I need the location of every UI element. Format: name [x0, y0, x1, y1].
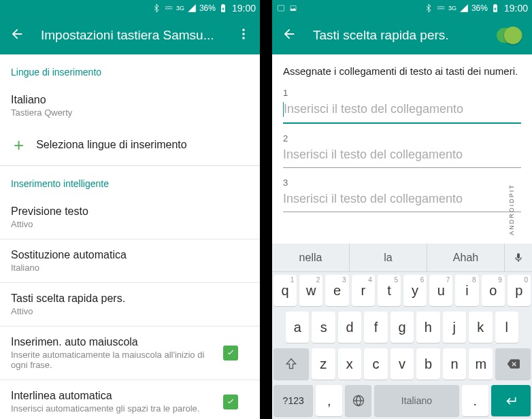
back-button[interactable] — [10, 27, 24, 44]
suggestion-2[interactable]: la — [350, 244, 427, 271]
svg-point-0 — [242, 29, 245, 31]
status-bar: 3G 36% 19:00 — [272, 0, 532, 16]
key-w[interactable]: w2 — [299, 275, 322, 306]
back-button[interactable] — [282, 27, 297, 44]
key-x[interactable]: x — [338, 348, 362, 380]
signal-icon — [459, 3, 469, 13]
key-row-1: q1w2e3r4t5y6u7i8o9p0 — [272, 272, 532, 309]
shortcut-input-3[interactable]: Inserisci il testo del collegamento — [283, 188, 521, 212]
network-type: 3G — [448, 6, 456, 11]
vibrate-icon — [164, 3, 173, 13]
comma-key[interactable]: , — [316, 385, 342, 416]
key-y[interactable]: y6 — [403, 275, 427, 306]
network-type: 3G — [176, 6, 184, 11]
instruction-text: Assegnate i collegamenti di testo ai tas… — [272, 54, 532, 81]
symbols-key[interactable]: ?123 — [273, 385, 313, 416]
page-title: Impostazioni tastiera Samsu... — [41, 28, 216, 43]
text-prediction-item[interactable]: Previsione testo Attivo — [0, 196, 260, 239]
key-i[interactable]: i8 — [455, 275, 478, 306]
shortcut-keys-item[interactable]: Tasti scelta rapida pers. Attivo — [0, 283, 260, 326]
page-title: Tasti scelta rapida pers. — [313, 28, 480, 43]
key-l[interactable]: l — [495, 312, 518, 343]
key-f[interactable]: f — [364, 312, 387, 343]
auto-replace-item[interactable]: Sostituzione automatica Italiano — [0, 239, 260, 282]
battery-text: 36% — [471, 3, 488, 13]
shortcut-input-1[interactable]: Inserisci il testo del collegamento — [283, 98, 521, 124]
key-d[interactable]: d — [338, 312, 361, 343]
signal-icon — [187, 3, 197, 13]
feature-toggle[interactable] — [497, 28, 522, 43]
settings-list[interactable]: Lingue di inserimento Italiano Tastiera … — [0, 54, 260, 419]
key-b[interactable]: b — [416, 348, 440, 380]
auto-spacing-item[interactable]: Interlinea automatica Inserisci automati… — [0, 380, 260, 419]
shortcut-field-1[interactable]: 1 Inserisci il testo del collegamento — [272, 81, 532, 127]
key-g[interactable]: g — [390, 312, 414, 343]
key-k[interactable]: k — [469, 312, 492, 343]
svg-rect-3 — [278, 5, 284, 11]
key-a[interactable]: a — [286, 312, 309, 343]
globe-icon — [352, 394, 365, 407]
key-j[interactable]: j — [443, 312, 466, 343]
more-vert-icon — [238, 28, 249, 40]
enter-key[interactable] — [491, 385, 531, 416]
key-u[interactable]: u7 — [429, 275, 452, 306]
key-n[interactable]: n — [443, 348, 467, 380]
status-bar: 3G 36% 19:00 — [0, 0, 260, 16]
clock: 19:00 — [232, 3, 256, 14]
key-o[interactable]: o9 — [482, 275, 505, 306]
check-icon — [226, 397, 235, 407]
plus-icon: + — [14, 138, 24, 152]
battery-icon — [491, 3, 500, 13]
key-v[interactable]: v — [390, 348, 414, 380]
section-smart-input: Inserimento intelligente — [0, 166, 260, 196]
key-row-2: asdfghjkl — [272, 309, 532, 346]
section-input-languages: Lingue di inserimento — [0, 54, 260, 84]
language-item[interactable]: Italiano Tastiera Qwerty — [0, 84, 260, 127]
enter-icon — [504, 394, 518, 407]
arrow-back-icon — [282, 27, 297, 41]
suggestion-3[interactable]: Ahah — [427, 244, 505, 271]
app-bar: Tasti scelta rapida pers. — [272, 16, 532, 54]
key-c[interactable]: c — [364, 348, 388, 380]
add-language-button[interactable]: + Seleziona lingue di inserimento — [0, 127, 260, 163]
screenshot-icon — [288, 3, 298, 13]
key-e[interactable]: e3 — [325, 275, 348, 306]
period-key[interactable]: . — [462, 385, 488, 416]
shortcut-input-2[interactable]: Inserisci il testo del collegamento — [283, 144, 521, 168]
language-key[interactable] — [345, 385, 371, 416]
key-h[interactable]: h — [416, 312, 439, 343]
key-m[interactable]: m — [469, 348, 493, 380]
key-q[interactable]: q1 — [273, 275, 297, 306]
backspace-key[interactable] — [495, 348, 531, 380]
vibrate-icon — [436, 3, 446, 13]
auto-capitalize-checkbox[interactable] — [223, 346, 238, 361]
phone-left: 3G 36% 19:00 Impostazioni tastiera Samsu… — [0, 0, 260, 419]
shortcut-field-2[interactable]: 2 Inserisci il testo del collegamento — [272, 127, 532, 171]
key-s[interactable]: s — [312, 312, 335, 343]
watermark: ANDROIDPIT — [508, 184, 515, 235]
bluetooth-icon — [424, 3, 433, 13]
shortcut-field-3[interactable]: 3 Inserisci il testo del collegamento — [272, 171, 532, 215]
suggestion-1[interactable]: nella — [272, 244, 350, 271]
clock: 19:00 — [504, 3, 528, 14]
app-bar: Impostazioni tastiera Samsu... — [0, 16, 260, 54]
space-key[interactable]: Italiano — [374, 385, 459, 416]
mic-button[interactable] — [505, 244, 532, 271]
key-z[interactable]: z — [312, 348, 335, 380]
backspace-icon — [506, 357, 520, 371]
auto-spacing-checkbox[interactable] — [223, 395, 238, 409]
check-icon — [226, 348, 235, 358]
key-p[interactable]: p0 — [508, 275, 531, 306]
overflow-menu[interactable] — [233, 22, 254, 48]
battery-text: 36% — [199, 3, 216, 13]
keyboard: nella la Ahah q1w2e3r4t5y6u7i8o9p0 asdfg… — [272, 244, 532, 419]
auto-capitalize-item[interactable]: Inserimen. auto maiuscola Inserite autom… — [0, 326, 260, 380]
key-t[interactable]: t5 — [378, 275, 401, 306]
key-r[interactable]: r4 — [352, 275, 375, 306]
shift-key[interactable] — [273, 348, 309, 380]
shortcut-form: Assegnate i collegamenti di testo ai tas… — [272, 54, 532, 244]
svg-point-2 — [242, 37, 245, 39]
key-row-3: zxcvbnm — [272, 346, 532, 382]
battery-icon — [218, 3, 228, 13]
bluetooth-icon — [152, 3, 161, 13]
